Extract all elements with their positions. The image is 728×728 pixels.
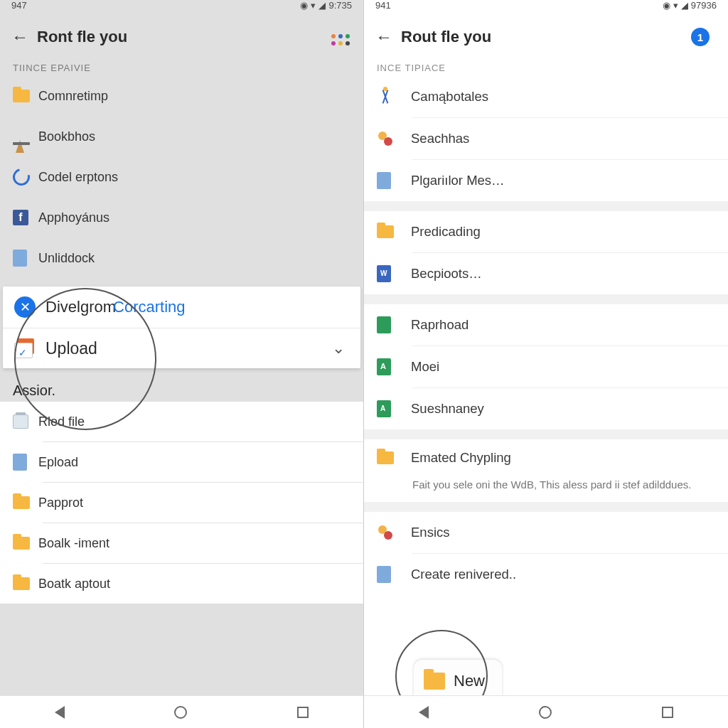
swirl-icon <box>13 168 38 186</box>
nav-recent-icon[interactable] <box>297 707 309 718</box>
status-time: 947 <box>11 0 27 11</box>
folder-icon <box>377 225 411 238</box>
status-bar: 947 ◉▾◢ 9:735 <box>0 0 363 16</box>
folder-icon <box>424 673 445 690</box>
list-item[interactable]: Boatk aptout <box>0 564 363 604</box>
list-item[interactable]: Ensics <box>364 512 728 553</box>
sheet-icon <box>377 316 411 333</box>
file-icon <box>377 566 411 583</box>
app-bar: ← Ront fle you <box>0 16 363 58</box>
nav-back-icon[interactable] <box>419 706 429 719</box>
list-item[interactable]: Seachhas <box>364 118 728 159</box>
new-label: New <box>454 672 485 690</box>
bubbles-icon <box>377 525 411 540</box>
list-item[interactable]: Create renivered.. <box>364 554 728 595</box>
list-item[interactable]: Bookbhos <box>0 117 363 156</box>
list-item[interactable]: f Apphoyánus <box>0 198 363 237</box>
upload-row[interactable]: ✓ Upload ⌄ <box>3 328 360 368</box>
right-screen: 941 ◉▾◢ 97936 ← Rout fle you 1 INCE TIPI… <box>364 0 728 728</box>
list-item[interactable]: Plgariılor Mes… <box>364 160 728 201</box>
upload-icon: ✓ <box>14 338 46 358</box>
file-icon <box>377 172 411 189</box>
app-ai-icon <box>377 400 411 417</box>
card-row-top[interactable]: ✕ Divelgrom Corcarting <box>3 287 360 328</box>
back-arrow-icon[interactable]: ← <box>373 27 395 47</box>
doc-icon <box>377 265 411 282</box>
section-header: Assior. <box>0 375 363 402</box>
nav-home-icon[interactable] <box>174 706 187 719</box>
back-arrow-icon[interactable]: ← <box>9 27 31 47</box>
folder-icon <box>13 90 38 102</box>
list-item[interactable]: Moei <box>364 346 728 387</box>
badge-count[interactable]: 1 <box>691 28 719 46</box>
status-bar: 941 ◉▾◢ 97936 <box>364 0 728 16</box>
nav-recent-icon[interactable] <box>662 707 673 718</box>
status-time: 941 <box>375 0 391 11</box>
list-item[interactable]: Papprot <box>0 483 363 523</box>
bubbles-icon <box>377 132 411 146</box>
chevron-down-icon[interactable]: ⌄ <box>332 339 345 358</box>
app-bar: ← Rout fle you 1 <box>364 16 728 58</box>
folder-icon <box>13 496 38 509</box>
list-item[interactable]: Predicading <box>364 211 728 252</box>
upload-label: Upload <box>46 339 97 358</box>
app-a-icon <box>377 358 411 375</box>
list-item[interactable]: Codel erptons <box>0 157 363 197</box>
page-title: Rout fle you <box>401 28 691 46</box>
file-icon <box>13 250 38 267</box>
list-item[interactable]: Unliddock <box>0 238 363 278</box>
list-item[interactable]: Raprhoad <box>364 304 728 346</box>
folder-icon <box>13 577 38 590</box>
section-header: TIINCE EPAIVIE <box>0 58 363 76</box>
facebook-icon: f <box>13 210 38 225</box>
divelgrom-label: Divelgrom <box>46 298 116 316</box>
status-icons: ◉▾◢ 97936 <box>663 0 717 11</box>
menu-icon[interactable] <box>326 28 355 46</box>
box-icon <box>13 414 38 429</box>
pencil-icon <box>13 128 38 145</box>
list-item[interactable]: Comnretimp <box>0 76 363 116</box>
list-item[interactable]: Sueshnaney <box>364 388 728 429</box>
status-icons: ◉▾◢ 9:735 <box>300 0 352 11</box>
list-item[interactable]: Boalk -iment <box>0 523 363 563</box>
folder-icon <box>377 451 411 464</box>
compass-icon <box>377 88 411 105</box>
list-item[interactable]: Becpioots… <box>364 253 728 294</box>
close-circle-icon[interactable]: ✕ <box>14 296 46 318</box>
nav-bar <box>364 695 728 728</box>
upload-card: ✕ Divelgrom Corcarting ✓ Upload ⌄ <box>3 287 360 368</box>
page-title: Ront fle you <box>37 28 326 46</box>
folder-icon <box>13 537 38 550</box>
list-item[interactable]: Camąbotales <box>364 76 728 117</box>
nav-home-icon[interactable] <box>539 706 552 719</box>
subtext: Fait you sele oni the WdB, This aless pa… <box>364 476 728 502</box>
list-item[interactable]: Epload <box>0 442 363 482</box>
corcarting-label: Corcarting <box>113 298 185 316</box>
file-icon <box>13 454 38 471</box>
list-item[interactable]: Rled file <box>0 402 363 441</box>
list-item[interactable]: Emated Chypling <box>364 439 728 476</box>
nav-back-icon[interactable] <box>55 706 65 719</box>
left-screen: 947 ◉▾◢ 9:735 ← Ront fle you TIINCE EPAI… <box>0 0 364 728</box>
section-header: INCE TIPIACE <box>364 58 728 76</box>
nav-bar <box>0 695 363 728</box>
